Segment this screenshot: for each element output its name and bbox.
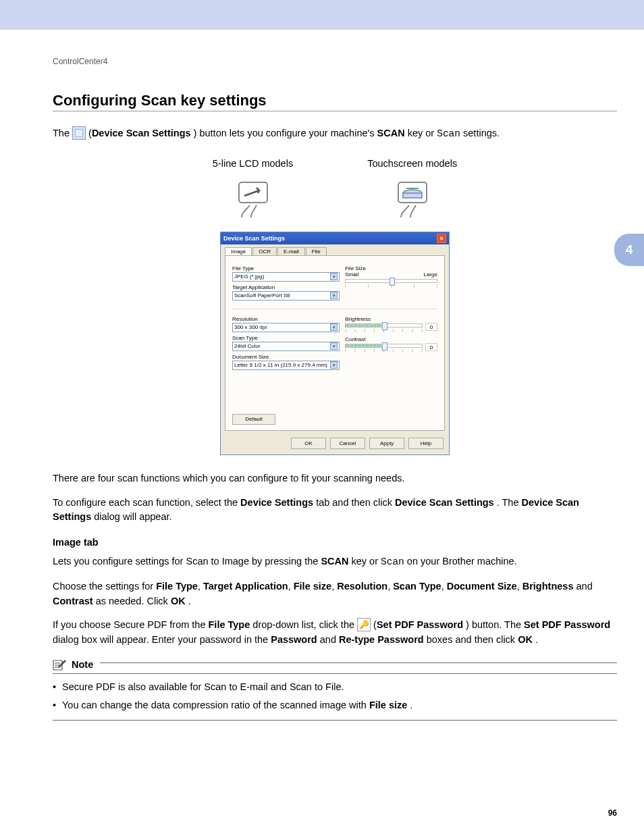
- text: and: [320, 634, 339, 645]
- target-app-label: Target Application: [232, 284, 340, 290]
- text: and: [576, 581, 593, 592]
- text: Document Size: [447, 581, 517, 592]
- file-type-label: File Type: [232, 265, 340, 271]
- text: .: [410, 700, 412, 710]
- text: Resolution: [337, 581, 387, 592]
- resolution-label: Resolution: [232, 316, 340, 322]
- dialog-tabs: Image OCR E-mail File: [221, 244, 449, 255]
- text: Password: [271, 634, 317, 645]
- contrast-value[interactable]: 0: [425, 343, 437, 351]
- file-type-value: JPEG (*.jpg): [234, 273, 264, 280]
- file-size-large: Large: [424, 271, 437, 278]
- dialog-titlebar: Device Scan Settings ×: [221, 232, 449, 244]
- text: Brightness: [522, 581, 574, 592]
- text: ,: [441, 581, 447, 592]
- apply-button[interactable]: Apply: [369, 438, 404, 449]
- text: key or: [352, 556, 381, 567]
- contrast-label: Contrast: [345, 336, 437, 342]
- lcd-model-col: 5-line LCD models: [213, 158, 293, 221]
- text: Re-type Password: [339, 634, 424, 645]
- text: Device Settings: [240, 497, 313, 508]
- brightness-slider[interactable]: |||||||||: [345, 323, 423, 332]
- text: Choose the settings for: [53, 581, 156, 592]
- text: File size: [369, 700, 407, 710]
- file-type-select[interactable]: JPEG (*.jpg) ▾: [232, 272, 340, 282]
- file-size-label: File Size: [345, 265, 437, 271]
- text: ,: [288, 581, 294, 592]
- file-size-slider[interactable]: |||||: [345, 279, 437, 288]
- brightness-value[interactable]: 0: [425, 323, 437, 331]
- note-pencil-icon: [53, 658, 68, 671]
- lcd-model-label: 5-line LCD models: [213, 158, 293, 169]
- cancel-button[interactable]: Cancel: [330, 438, 365, 449]
- text: dialog box will appear. Enter your passw…: [53, 634, 271, 645]
- text: Set PDF Password: [524, 619, 610, 630]
- scan-type-select[interactable]: 24bit Color ▾: [232, 342, 340, 351]
- scan-type-label: Scan Type: [232, 335, 340, 341]
- text: dialog will appear.: [94, 511, 171, 522]
- text: . The: [497, 497, 522, 508]
- para-secure-pdf: If you choose Secure PDF from the File T…: [53, 618, 617, 648]
- text: SCAN: [321, 556, 348, 567]
- device-scan-settings-icon: [72, 126, 86, 140]
- doc-size-label: Document Size: [232, 354, 340, 360]
- contrast-slider[interactable]: |||||||||: [345, 344, 423, 353]
- intro-paragraph: The (Device Scan Settings ) button lets …: [53, 126, 617, 142]
- tab-file[interactable]: File: [306, 247, 327, 255]
- help-button[interactable]: Help: [408, 438, 444, 449]
- chevron-down-icon: ▾: [330, 323, 338, 331]
- file-size-small: Small: [345, 271, 358, 278]
- text: You can change the data compression rati…: [62, 700, 369, 710]
- text: Target Application: [203, 581, 288, 592]
- image-tab-subheading: Image tab: [53, 537, 617, 548]
- text: tab and then click: [316, 497, 395, 508]
- text: boxes and then click: [427, 634, 518, 645]
- dialog-body: File Type JPEG (*.jpg) ▾ Target Applicat…: [225, 255, 445, 431]
- chevron-down-icon: ▾: [330, 292, 338, 299]
- text: .: [535, 634, 538, 645]
- text: key or: [408, 128, 437, 138]
- tab-image[interactable]: Image: [225, 247, 252, 255]
- target-app-select[interactable]: ScanSoft PaperPort SE ▾: [232, 291, 340, 301]
- text: File Type: [156, 581, 198, 592]
- resolution-select[interactable]: 300 x 300 dpi ▾: [232, 323, 340, 332]
- text: File size: [294, 581, 331, 592]
- text: Secure PDF is also available for Scan to…: [62, 681, 344, 692]
- text: Device Scan Settings: [395, 497, 494, 508]
- para-image-2: Choose the settings for File Type, Targe…: [53, 579, 617, 609]
- text: Lets you configure settings for Scan to …: [53, 556, 321, 567]
- tab-email[interactable]: E-mail: [277, 247, 305, 255]
- scan-mono: Scan: [437, 128, 460, 139]
- device-scan-settings-dialog: Device Scan Settings × Image OCR E-mail …: [220, 232, 450, 455]
- text: The: [53, 128, 72, 138]
- note-box: Note Secure PDF is also available for Sc…: [53, 658, 617, 721]
- brightness-label: Brightness: [345, 316, 437, 322]
- chevron-down-icon: ▾: [330, 361, 338, 369]
- doc-size-select[interactable]: Letter 8 1/2 x 11 in (215.9 x 279.4 mm) …: [232, 361, 340, 370]
- text: settings.: [463, 128, 500, 138]
- ok-button[interactable]: OK: [291, 438, 326, 449]
- dialog-footer: OK Cancel Apply Help: [221, 435, 449, 454]
- text: Contrast: [53, 596, 93, 606]
- touch-model-label: Touchscreen models: [367, 158, 457, 169]
- scan-key: SCAN: [377, 128, 405, 138]
- text: OK: [518, 634, 533, 645]
- chapter-side-tab: 4: [614, 234, 644, 266]
- text: ,: [331, 581, 337, 592]
- text: ,: [517, 581, 522, 592]
- note-item: Secure PDF is also available for Scan to…: [53, 679, 617, 695]
- svg-rect-3: [403, 193, 422, 198]
- close-icon[interactable]: ×: [437, 234, 446, 243]
- para-configure: To configure each scan function, select …: [53, 496, 617, 525]
- default-button[interactable]: Default: [232, 414, 275, 425]
- text: To configure each scan function, select …: [53, 497, 240, 508]
- key-icon: [357, 618, 371, 631]
- resolution-value: 300 x 300 dpi: [234, 324, 267, 330]
- text: Scan Type: [393, 581, 441, 592]
- target-app-value: ScanSoft PaperPort SE: [234, 292, 291, 298]
- text: drop-down list, click the: [252, 619, 357, 630]
- touch-scan-button-icon: [389, 178, 436, 219]
- doc-size-value: Letter 8 1/2 x 11 in (215.9 x 279.4 mm): [234, 362, 327, 368]
- text: ,: [387, 581, 393, 592]
- tab-ocr[interactable]: OCR: [252, 247, 277, 255]
